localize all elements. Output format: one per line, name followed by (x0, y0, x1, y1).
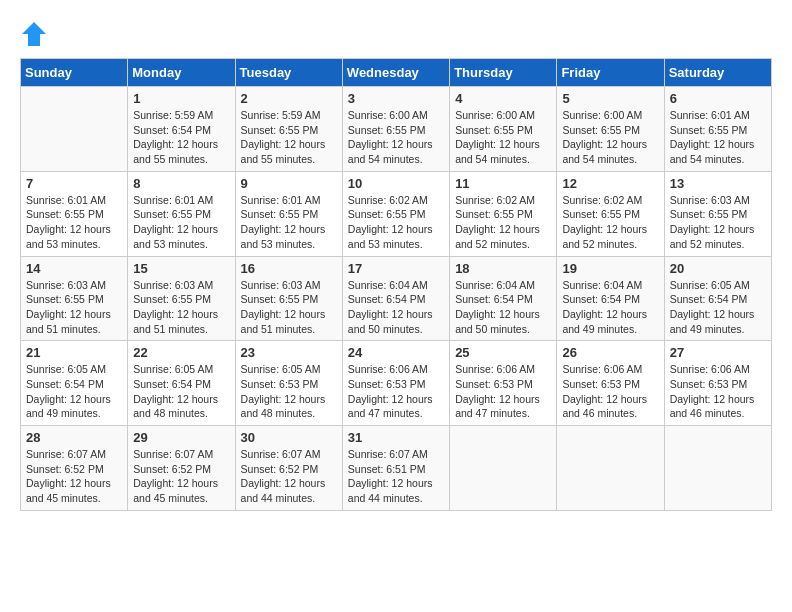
calendar-cell: 20Sunrise: 6:05 AMSunset: 6:54 PMDayligh… (664, 256, 771, 341)
calendar-cell: 23Sunrise: 6:05 AMSunset: 6:53 PMDayligh… (235, 341, 342, 426)
day-info: Sunrise: 6:02 AMSunset: 6:55 PMDaylight:… (562, 193, 658, 252)
calendar-cell (557, 426, 664, 511)
calendar-cell: 3Sunrise: 6:00 AMSunset: 6:55 PMDaylight… (342, 87, 449, 172)
calendar-cell (21, 87, 128, 172)
calendar-cell: 7Sunrise: 6:01 AMSunset: 6:55 PMDaylight… (21, 171, 128, 256)
calendar-cell: 30Sunrise: 6:07 AMSunset: 6:52 PMDayligh… (235, 426, 342, 511)
day-number: 20 (670, 261, 766, 276)
day-info: Sunrise: 6:07 AMSunset: 6:52 PMDaylight:… (133, 447, 229, 506)
day-number: 28 (26, 430, 122, 445)
day-info: Sunrise: 6:03 AMSunset: 6:55 PMDaylight:… (133, 278, 229, 337)
day-number: 25 (455, 345, 551, 360)
calendar-cell: 5Sunrise: 6:00 AMSunset: 6:55 PMDaylight… (557, 87, 664, 172)
calendar-cell: 22Sunrise: 6:05 AMSunset: 6:54 PMDayligh… (128, 341, 235, 426)
calendar-cell: 28Sunrise: 6:07 AMSunset: 6:52 PMDayligh… (21, 426, 128, 511)
day-number: 10 (348, 176, 444, 191)
day-info: Sunrise: 6:06 AMSunset: 6:53 PMDaylight:… (562, 362, 658, 421)
day-number: 23 (241, 345, 337, 360)
calendar-cell (450, 426, 557, 511)
day-number: 8 (133, 176, 229, 191)
calendar-week-row: 1Sunrise: 5:59 AMSunset: 6:54 PMDaylight… (21, 87, 772, 172)
svg-marker-0 (22, 22, 46, 46)
calendar-week-row: 7Sunrise: 6:01 AMSunset: 6:55 PMDaylight… (21, 171, 772, 256)
day-number: 4 (455, 91, 551, 106)
calendar-cell (664, 426, 771, 511)
calendar-cell: 6Sunrise: 6:01 AMSunset: 6:55 PMDaylight… (664, 87, 771, 172)
day-number: 16 (241, 261, 337, 276)
day-info: Sunrise: 6:02 AMSunset: 6:55 PMDaylight:… (455, 193, 551, 252)
calendar-cell: 9Sunrise: 6:01 AMSunset: 6:55 PMDaylight… (235, 171, 342, 256)
page-header (20, 20, 772, 48)
weekday-header-cell: Sunday (21, 59, 128, 87)
calendar-cell: 27Sunrise: 6:06 AMSunset: 6:53 PMDayligh… (664, 341, 771, 426)
day-info: Sunrise: 6:05 AMSunset: 6:54 PMDaylight:… (670, 278, 766, 337)
calendar-table: SundayMondayTuesdayWednesdayThursdayFrid… (20, 58, 772, 511)
calendar-cell: 16Sunrise: 6:03 AMSunset: 6:55 PMDayligh… (235, 256, 342, 341)
day-number: 12 (562, 176, 658, 191)
day-number: 13 (670, 176, 766, 191)
calendar-cell: 25Sunrise: 6:06 AMSunset: 6:53 PMDayligh… (450, 341, 557, 426)
calendar-cell: 31Sunrise: 6:07 AMSunset: 6:51 PMDayligh… (342, 426, 449, 511)
day-info: Sunrise: 6:05 AMSunset: 6:54 PMDaylight:… (133, 362, 229, 421)
day-info: Sunrise: 5:59 AMSunset: 6:55 PMDaylight:… (241, 108, 337, 167)
calendar-week-row: 21Sunrise: 6:05 AMSunset: 6:54 PMDayligh… (21, 341, 772, 426)
weekday-header-cell: Wednesday (342, 59, 449, 87)
day-info: Sunrise: 6:01 AMSunset: 6:55 PMDaylight:… (26, 193, 122, 252)
calendar-cell: 24Sunrise: 6:06 AMSunset: 6:53 PMDayligh… (342, 341, 449, 426)
calendar-cell: 15Sunrise: 6:03 AMSunset: 6:55 PMDayligh… (128, 256, 235, 341)
day-info: Sunrise: 6:05 AMSunset: 6:54 PMDaylight:… (26, 362, 122, 421)
day-info: Sunrise: 6:01 AMSunset: 6:55 PMDaylight:… (670, 108, 766, 167)
day-number: 11 (455, 176, 551, 191)
day-number: 19 (562, 261, 658, 276)
day-number: 24 (348, 345, 444, 360)
weekday-header-cell: Tuesday (235, 59, 342, 87)
day-info: Sunrise: 6:00 AMSunset: 6:55 PMDaylight:… (455, 108, 551, 167)
day-info: Sunrise: 6:03 AMSunset: 6:55 PMDaylight:… (670, 193, 766, 252)
day-number: 14 (26, 261, 122, 276)
calendar-cell: 17Sunrise: 6:04 AMSunset: 6:54 PMDayligh… (342, 256, 449, 341)
logo (20, 20, 52, 48)
calendar-cell: 4Sunrise: 6:00 AMSunset: 6:55 PMDaylight… (450, 87, 557, 172)
day-number: 9 (241, 176, 337, 191)
calendar-cell: 29Sunrise: 6:07 AMSunset: 6:52 PMDayligh… (128, 426, 235, 511)
weekday-header-cell: Friday (557, 59, 664, 87)
calendar-cell: 26Sunrise: 6:06 AMSunset: 6:53 PMDayligh… (557, 341, 664, 426)
day-info: Sunrise: 6:03 AMSunset: 6:55 PMDaylight:… (26, 278, 122, 337)
day-info: Sunrise: 6:01 AMSunset: 6:55 PMDaylight:… (133, 193, 229, 252)
day-info: Sunrise: 5:59 AMSunset: 6:54 PMDaylight:… (133, 108, 229, 167)
day-number: 21 (26, 345, 122, 360)
day-number: 27 (670, 345, 766, 360)
day-info: Sunrise: 6:07 AMSunset: 6:52 PMDaylight:… (26, 447, 122, 506)
day-number: 3 (348, 91, 444, 106)
day-info: Sunrise: 6:04 AMSunset: 6:54 PMDaylight:… (455, 278, 551, 337)
day-number: 6 (670, 91, 766, 106)
day-number: 29 (133, 430, 229, 445)
day-number: 18 (455, 261, 551, 276)
weekday-header-cell: Saturday (664, 59, 771, 87)
day-info: Sunrise: 6:06 AMSunset: 6:53 PMDaylight:… (670, 362, 766, 421)
day-info: Sunrise: 6:06 AMSunset: 6:53 PMDaylight:… (348, 362, 444, 421)
weekday-header-cell: Thursday (450, 59, 557, 87)
calendar-cell: 11Sunrise: 6:02 AMSunset: 6:55 PMDayligh… (450, 171, 557, 256)
day-number: 17 (348, 261, 444, 276)
day-number: 30 (241, 430, 337, 445)
day-info: Sunrise: 6:00 AMSunset: 6:55 PMDaylight:… (348, 108, 444, 167)
day-info: Sunrise: 6:03 AMSunset: 6:55 PMDaylight:… (241, 278, 337, 337)
day-number: 15 (133, 261, 229, 276)
calendar-cell: 1Sunrise: 5:59 AMSunset: 6:54 PMDaylight… (128, 87, 235, 172)
day-number: 22 (133, 345, 229, 360)
calendar-cell: 10Sunrise: 6:02 AMSunset: 6:55 PMDayligh… (342, 171, 449, 256)
calendar-cell: 21Sunrise: 6:05 AMSunset: 6:54 PMDayligh… (21, 341, 128, 426)
day-info: Sunrise: 6:07 AMSunset: 6:51 PMDaylight:… (348, 447, 444, 506)
calendar-cell: 14Sunrise: 6:03 AMSunset: 6:55 PMDayligh… (21, 256, 128, 341)
day-info: Sunrise: 6:06 AMSunset: 6:53 PMDaylight:… (455, 362, 551, 421)
day-info: Sunrise: 6:01 AMSunset: 6:55 PMDaylight:… (241, 193, 337, 252)
calendar-cell: 18Sunrise: 6:04 AMSunset: 6:54 PMDayligh… (450, 256, 557, 341)
calendar-week-row: 14Sunrise: 6:03 AMSunset: 6:55 PMDayligh… (21, 256, 772, 341)
day-number: 31 (348, 430, 444, 445)
calendar-cell: 8Sunrise: 6:01 AMSunset: 6:55 PMDaylight… (128, 171, 235, 256)
day-info: Sunrise: 6:04 AMSunset: 6:54 PMDaylight:… (562, 278, 658, 337)
day-number: 7 (26, 176, 122, 191)
calendar-body: 1Sunrise: 5:59 AMSunset: 6:54 PMDaylight… (21, 87, 772, 511)
logo-icon (20, 20, 48, 48)
